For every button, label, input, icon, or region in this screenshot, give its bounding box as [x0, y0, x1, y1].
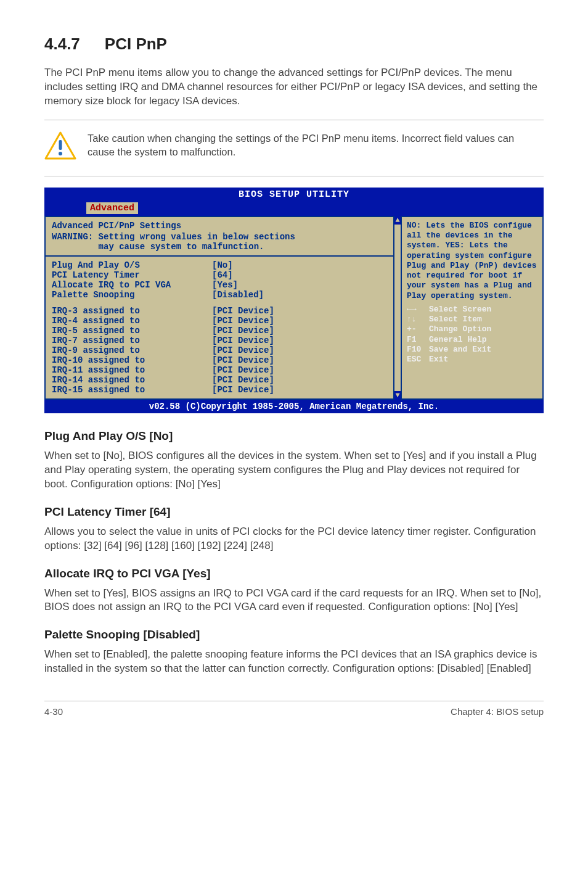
caution-icon — [44, 131, 76, 162]
irq-label: IRQ-15 assigned to — [52, 385, 212, 395]
setting-label: Allocate IRQ to PCI VGA — [52, 280, 212, 290]
bios-irq-row[interactable]: IRQ-3 assigned to[PCI Device] — [52, 306, 394, 316]
help-key-label: Exit — [429, 355, 448, 364]
bios-setting-row[interactable]: PCI Latency Timer[64] — [52, 270, 394, 280]
chapter-title: Chapter 4: BIOS setup — [451, 706, 544, 717]
setting-value[interactable]: [No] — [212, 260, 394, 270]
bios-irq-row[interactable]: IRQ-9 assigned to[PCI Device] — [52, 345, 394, 355]
setting-label: PCI Latency Timer — [52, 270, 212, 280]
irq-label: IRQ-5 assigned to — [52, 326, 212, 336]
irq-value[interactable]: [PCI Device] — [212, 365, 394, 375]
help-key: ↑↓ — [407, 315, 429, 324]
help-key-label: Select Item — [429, 315, 482, 324]
irq-value[interactable]: [PCI Device] — [212, 316, 394, 326]
bios-panel-heading: Advanced PCI/PnP Settings — [52, 221, 394, 231]
irq-label: IRQ-11 assigned to — [52, 365, 212, 375]
section-heading: 4.4.7PCI PnP — [44, 35, 544, 54]
setting-value[interactable]: [64] — [212, 270, 394, 280]
subsection-heading: Palette Snooping [Disabled] — [44, 628, 544, 642]
irq-value[interactable]: [PCI Device] — [212, 336, 394, 345]
bios-help-text: NO: Lets the BIOS configue all the devic… — [407, 221, 537, 301]
caution-note: Take caution when changing the settings … — [44, 126, 544, 170]
bios-setting-row[interactable]: Allocate IRQ to PCI VGA[Yes] — [52, 280, 394, 290]
subsection-heading: PCI Latency Timer [64] — [44, 505, 544, 519]
help-key-label: Select Screen — [429, 305, 491, 314]
irq-value[interactable]: [PCI Device] — [212, 355, 394, 365]
setting-value[interactable]: [Yes] — [212, 280, 394, 290]
help-key: ESC — [407, 355, 429, 365]
bios-irq-row[interactable]: IRQ-11 assigned to[PCI Device] — [52, 365, 394, 375]
divider — [44, 120, 544, 120]
section-intro: The PCI PnP menu items allow you to chan… — [44, 66, 544, 109]
help-key-label: Change Option — [429, 324, 491, 334]
bios-warning-box: WARNING: Setting wrong values in below s… — [46, 232, 401, 257]
irq-label: IRQ-10 assigned to — [52, 355, 212, 365]
irq-label: IRQ-14 assigned to — [52, 375, 212, 385]
bios-scrollbar[interactable]: ▲ ▼ — [393, 216, 402, 400]
irq-label: IRQ-9 assigned to — [52, 345, 212, 355]
svg-point-2 — [59, 152, 62, 155]
subsection-heading: Allocate IRQ to PCI VGA [Yes] — [44, 567, 544, 580]
bios-setting-row[interactable]: Palette Snooping[Disabled] — [52, 290, 394, 300]
setting-label: Palette Snooping — [52, 290, 212, 300]
help-key-label: General Help — [429, 335, 487, 344]
irq-value[interactable]: [PCI Device] — [212, 375, 394, 385]
irq-value[interactable]: [PCI Device] — [212, 345, 394, 355]
subsection-body: When set to [Enabled], the palette snoop… — [44, 648, 544, 676]
help-key-label: Save and Exit — [429, 345, 491, 354]
section-title: PCI PnP — [105, 35, 167, 53]
bios-irq-row[interactable]: IRQ-14 assigned to[PCI Device] — [52, 375, 394, 385]
scroll-up-icon[interactable]: ▲ — [394, 216, 401, 225]
irq-label: IRQ-7 assigned to — [52, 336, 212, 345]
bios-help-keys: ←→Select Screen ↑↓Select Item +-Change O… — [407, 305, 537, 365]
subsection-heading: Plug And Play O/S [No] — [44, 429, 544, 443]
bios-irq-row[interactable]: IRQ-5 assigned to[PCI Device] — [52, 326, 394, 336]
bios-warning-line: WARNING: Setting wrong values in below s… — [52, 232, 394, 242]
subsection-body: Allows you to select the value in units … — [44, 525, 544, 553]
help-key: +- — [407, 324, 429, 334]
bios-warning-line: may cause system to malfunction. — [52, 242, 394, 252]
irq-value[interactable]: [PCI Device] — [212, 306, 394, 316]
subsection-body: When set to [Yes], BIOS assigns an IRQ t… — [44, 587, 544, 615]
bios-irq-row[interactable]: IRQ-10 assigned to[PCI Device] — [52, 355, 394, 365]
divider — [44, 176, 544, 176]
bios-title: BIOS SETUP UTILITY — [44, 188, 544, 202]
subsection-body: When set to [No], BIOS configures all th… — [44, 449, 544, 492]
bios-setting-row[interactable]: Plug And Play O/S[No] — [52, 260, 394, 270]
irq-label: IRQ-3 assigned to — [52, 306, 212, 316]
help-key: F1 — [407, 335, 429, 345]
bios-screenshot: BIOS SETUP UTILITY Advanced Advanced PCI… — [44, 188, 544, 413]
bios-tab-advanced[interactable]: Advanced — [86, 202, 138, 214]
section-number: 4.4.7 — [44, 35, 80, 54]
caution-text: Take caution when changing the settings … — [88, 131, 544, 159]
bios-tab-bar: Advanced — [44, 202, 544, 216]
scroll-down-icon[interactable]: ▼ — [394, 391, 401, 400]
bios-irq-row[interactable]: IRQ-15 assigned to[PCI Device] — [52, 385, 394, 395]
bios-help-panel: NO: Lets the BIOS configue all the devic… — [401, 216, 544, 400]
setting-label: Plug And Play O/S — [52, 260, 212, 270]
bios-irq-row[interactable]: IRQ-4 assigned to[PCI Device] — [52, 316, 394, 326]
bios-irq-row[interactable]: IRQ-7 assigned to[PCI Device] — [52, 336, 394, 345]
page-footer: 4-30 Chapter 4: BIOS setup — [44, 701, 544, 717]
setting-value[interactable]: [Disabled] — [212, 290, 394, 300]
irq-label: IRQ-4 assigned to — [52, 316, 212, 326]
bios-copyright: v02.58 (C)Copyright 1985-2005, American … — [44, 400, 544, 413]
page-number: 4-30 — [44, 706, 63, 717]
svg-rect-1 — [59, 140, 62, 150]
help-key: ←→ — [407, 305, 429, 315]
irq-value[interactable]: [PCI Device] — [212, 326, 394, 336]
irq-value[interactable]: [PCI Device] — [212, 385, 394, 395]
bios-left-panel: Advanced PCI/PnP Settings WARNING: Setti… — [44, 216, 401, 400]
help-key: F10 — [407, 345, 429, 355]
